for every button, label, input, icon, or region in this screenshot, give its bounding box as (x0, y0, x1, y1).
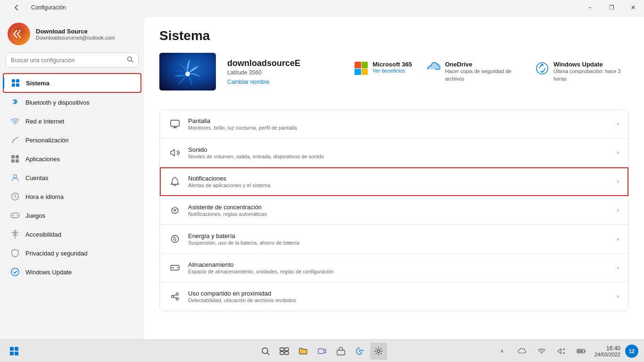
sidebar-item-personalizacion[interactable]: Personalización (3, 131, 141, 149)
uso-compartido-icon (169, 291, 181, 302)
sidebar-item-hora[interactable]: Hora e idioma (3, 187, 141, 206)
almacenamiento-chevron: › (617, 264, 619, 271)
profile-name: Download Source (36, 28, 115, 35)
settings-item-pantalla[interactable]: Pantalla Monitores, brillo, luz nocturna… (160, 110, 628, 139)
svg-rect-49 (337, 350, 345, 355)
sidebar-item-red[interactable]: Red e Internet (3, 112, 141, 131)
uso-compartido-chevron: › (617, 293, 619, 300)
svg-rect-38 (10, 347, 14, 351)
settings-item-text-uso-compartido: Uso compartido en proximidad Detectabili… (188, 290, 610, 303)
settings-item-sonido[interactable]: Sonido Niveles de volumen, salida, entra… (160, 139, 628, 167)
privacidad-icon (10, 248, 20, 258)
taskbar-volume-icon[interactable] (553, 343, 570, 360)
search-input[interactable] (11, 57, 123, 64)
sidebar-item-label-red: Red e Internet (25, 118, 64, 125)
taskbar-battery-icon[interactable] (573, 343, 590, 360)
energia-chevron: › (617, 236, 619, 242)
sidebar-item-cuentas[interactable]: Cuentas (3, 168, 141, 187)
svg-rect-3 (12, 79, 15, 82)
sidebar-item-label-bluetooth: Bluetooth y dispositivos (25, 99, 90, 106)
settings-item-desc-almacenamiento: Espacio de almacenamiento, unidades, reg… (188, 269, 610, 274)
taskbar-files-button[interactable] (295, 343, 312, 360)
taskbar-clock[interactable]: 16:40 24/03/2022 (593, 345, 622, 357)
asistente-icon (169, 205, 181, 216)
titlebar: Configuración − ❐ ✕ (0, 0, 644, 15)
sidebar-item-windows-update[interactable]: Windows Update (3, 263, 141, 281)
close-button[interactable]: ✕ (622, 0, 644, 15)
settings-item-asistente[interactable]: Asistente de concentración Notificacione… (160, 196, 628, 225)
taskbar-cloud-icon[interactable] (513, 343, 530, 360)
sidebar-item-privacidad[interactable]: Privacidad y seguridad (3, 244, 141, 263)
settings-item-uso-compartido[interactable]: Uso compartido en proximidad Detectabili… (160, 282, 628, 311)
profile-email: Downloadsourcenet@outlook.com (36, 35, 115, 41)
svg-rect-5 (12, 83, 15, 87)
system-tray-chevron[interactable]: ∧ (494, 343, 511, 360)
search-box[interactable] (6, 53, 139, 67)
svg-rect-6 (16, 83, 19, 87)
settings-item-notificaciones[interactable]: Notificaciones Alertas de aplicaciones y… (160, 167, 628, 196)
almacenamiento-icon (169, 262, 181, 273)
svg-point-20 (14, 230, 16, 232)
taskbar-right: ∧ (494, 343, 638, 360)
sidebar-profile-info: Download Source Downloadsourcenet@outloo… (36, 28, 115, 41)
svg-point-19 (17, 215, 18, 216)
back-button[interactable] (6, 0, 27, 15)
sidebar-nav: Sistema Bluetooth y dispositivos (0, 73, 144, 281)
sidebar-item-label-personalizacion: Personalización (25, 137, 69, 144)
sidebar-item-label-windows-update: Windows Update (25, 269, 72, 276)
service-onedrive-text: OneDrive Hacer copia de seguridad de arc… (445, 61, 520, 82)
juegos-icon (10, 211, 20, 220)
taskbar-edge-button[interactable] (351, 343, 368, 360)
taskbar-date: 24/03/2022 (594, 352, 620, 357)
taskbar-wifi-icon[interactable] (533, 343, 550, 360)
notification-badge: 12 (629, 348, 635, 354)
hora-icon (10, 192, 20, 201)
onedrive-icon (427, 62, 440, 75)
sidebar-item-juegos[interactable]: Juegos (3, 206, 141, 225)
personalizacion-icon (10, 135, 20, 145)
settings-item-title-notificaciones: Notificaciones (188, 175, 610, 182)
windows-update-service-icon (536, 62, 549, 75)
taskbar: ∧ (0, 339, 644, 362)
sonido-chevron: › (617, 149, 619, 156)
taskbar-left (6, 343, 23, 360)
settings-item-title-energia: Energía y batería (188, 232, 610, 239)
svg-point-50 (377, 350, 380, 353)
svg-line-36 (173, 295, 176, 296)
svg-point-34 (176, 298, 179, 300)
taskbar-settings-button[interactable] (370, 343, 387, 360)
minimize-button[interactable]: − (579, 0, 601, 15)
svg-point-28 (174, 209, 176, 211)
service-windows-update: Windows Update Última comprobación: hace… (536, 61, 629, 82)
sidebar-item-label-sistema: Sistema (26, 80, 50, 87)
taskbar-search-button[interactable] (257, 343, 274, 360)
taskbar-taskview-button[interactable] (276, 343, 293, 360)
svg-rect-4 (16, 79, 19, 82)
sidebar-item-sistema[interactable]: Sistema (3, 73, 141, 93)
settings-item-almacenamiento[interactable]: Almacenamiento Espacio de almacenamiento… (160, 254, 628, 282)
svg-rect-25 (171, 120, 179, 126)
network-icon (10, 116, 20, 126)
taskbar-store-button[interactable] (332, 343, 349, 360)
sidebar-item-bluetooth[interactable]: Bluetooth y dispositivos (3, 93, 141, 112)
pantalla-icon (169, 118, 181, 130)
svg-point-23 (185, 72, 190, 76)
svg-rect-10 (16, 155, 19, 158)
device-rename-link[interactable]: Cambiar nombre (227, 79, 300, 85)
taskbar-teams-button[interactable] (314, 343, 330, 360)
windows-start-button[interactable] (6, 343, 23, 360)
svg-point-18 (17, 215, 17, 216)
settings-item-desc-pantalla: Monitores, brillo, luz nocturna, perfil … (188, 125, 610, 131)
device-model: Latitude 3560 (227, 69, 300, 76)
service-windows-update-name: Windows Update (553, 61, 629, 68)
settings-item-energia[interactable]: Energía y batería Suspensión, uso de la … (160, 225, 628, 254)
ms365-icon (355, 62, 368, 75)
settings-item-desc-energia: Suspensión, uso de la batería, ahorro de… (188, 240, 610, 246)
cuentas-icon (10, 173, 20, 182)
taskbar-notification-button[interactable]: 12 (625, 345, 638, 358)
notificaciones-chevron: › (617, 178, 619, 185)
sidebar-item-accesibilidad[interactable]: Accesibilidad (3, 225, 141, 244)
svg-point-35 (172, 296, 174, 298)
maximize-button[interactable]: ❐ (601, 0, 622, 15)
sidebar-item-aplicaciones[interactable]: Aplicaciones (3, 149, 141, 168)
